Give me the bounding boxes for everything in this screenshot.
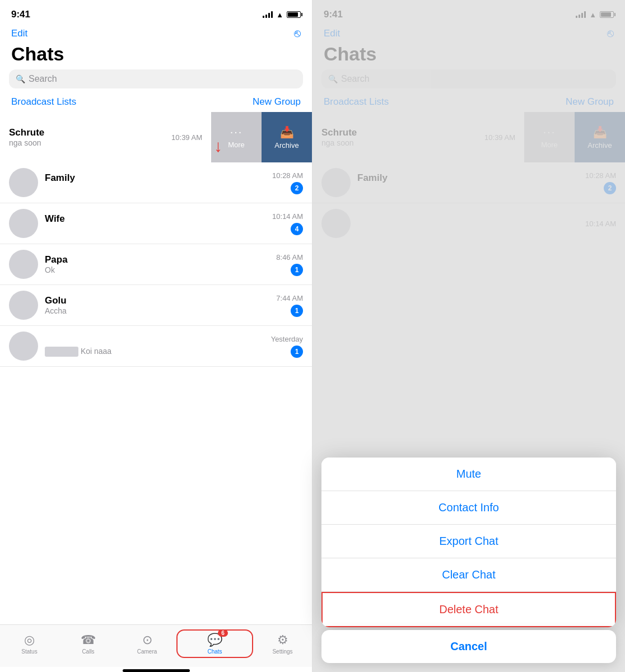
export-chat-label: Export Chat: [439, 535, 498, 548]
page-title-left: Chats: [0, 41, 312, 69]
bar4: [271, 11, 273, 18]
home-indicator-left: [123, 669, 190, 672]
clear-chat-button[interactable]: Clear Chat: [321, 558, 616, 592]
chat-meta-papa: 8:46 AM 1: [276, 253, 303, 276]
tab-camera-left[interactable]: ⊙ Camera: [118, 633, 176, 655]
tab-bar-left: ◎ Status ☎ Calls ⊙ Camera 💬 6 Chats ⚙ Se…: [0, 624, 312, 667]
chat-item-family[interactable]: Family 10:28 AM 2: [0, 162, 312, 203]
chat-time-family: 10:28 AM: [272, 171, 303, 180]
chat-time-wife: 10:14 AM: [272, 212, 303, 221]
calls-label-left: Calls: [82, 648, 94, 655]
chat-name-golu: Golu: [45, 295, 269, 306]
tab-calls-left[interactable]: ☎ Calls: [59, 633, 118, 655]
badge-unknown: 1: [291, 346, 303, 358]
chat-list-left: Family 10:28 AM 2 Wife 10:14 AM 4: [0, 162, 312, 624]
chat-meta-family: 10:28 AM 2: [272, 171, 303, 194]
camera-icon-left: ⊙: [142, 633, 152, 647]
compose-icon-left[interactable]: ⎋: [294, 27, 301, 40]
export-chat-button[interactable]: Export Chat: [321, 525, 616, 558]
settings-label-left: Settings: [272, 648, 292, 655]
battery-fill-left: [288, 12, 298, 17]
chat-info-wife: Wife: [45, 213, 265, 234]
signal-bars-left: [263, 11, 273, 18]
avatar-unknown: [9, 332, 38, 361]
contact-info-button[interactable]: Contact Info: [321, 491, 616, 525]
more-dots-left: ···: [230, 125, 243, 138]
chat-name-wife: Wife: [45, 213, 265, 225]
contact-info-label: Contact Info: [439, 501, 499, 514]
mute-label: Mute: [456, 468, 481, 480]
search-placeholder-left: Search: [29, 74, 57, 84]
swipe-actions-left: ··· More 📥 Archive: [211, 112, 312, 162]
chat-meta-golu: 7:44 AM 1: [276, 294, 303, 317]
avatar-family: [9, 168, 38, 197]
chat-info-papa: Papa Ok: [45, 254, 269, 274]
tab-chats-left[interactable]: 💬 6 Chats: [176, 629, 253, 658]
status-time-left: 9:41: [11, 9, 30, 20]
avatar-wife: [9, 209, 38, 238]
left-panel: 9:41 ▲ Edit ⎋ Chats 🔍 Search Broadcast L…: [0, 0, 312, 672]
chat-item-wife[interactable]: Wife 10:14 AM 4: [0, 203, 312, 244]
archive-icon-left: 📥: [280, 125, 294, 139]
archive-label-left: Archive: [274, 141, 298, 150]
avatar-golu: [9, 291, 38, 320]
bar2: [265, 15, 267, 18]
status-bar-left: 9:41 ▲: [0, 0, 312, 25]
chat-item-golu[interactable]: Golu Accha 7:44 AM 1: [0, 285, 312, 326]
chats-label-left: Chats: [207, 648, 222, 655]
search-icon-left: 🔍: [16, 74, 25, 83]
chat-meta-unknown: Yesterday 1: [271, 335, 303, 358]
swipe-row-left: Schrute nga soon 10:39 AM ··· More 📥 Arc…: [0, 112, 312, 162]
wifi-icon-left: ▲: [276, 11, 283, 19]
clear-chat-label: Clear Chat: [442, 568, 496, 581]
search-bar-left[interactable]: 🔍 Search: [9, 69, 303, 88]
chat-meta-wife: 10:14 AM 4: [272, 212, 303, 235]
bar1: [263, 16, 264, 18]
chat-preview-unknown: Koi naaa: [45, 347, 264, 357]
edit-button-left[interactable]: Edit: [11, 28, 27, 39]
chat-name-papa: Papa: [45, 254, 269, 265]
chat-name-unknown: [45, 335, 264, 347]
mute-button[interactable]: Mute: [321, 458, 616, 491]
chat-info-golu: Golu Accha: [45, 295, 269, 315]
delete-chat-label: Delete Chat: [439, 603, 498, 616]
chat-preview-family: [45, 184, 265, 193]
broadcast-lists-left[interactable]: Broadcast Lists: [11, 96, 76, 108]
archive-button-left[interactable]: 📥 Archive: [262, 112, 312, 162]
badge-papa: 1: [291, 264, 303, 276]
preview-text-unknown: Koi naaa: [81, 347, 111, 356]
chat-item-papa[interactable]: Papa Ok 8:46 AM 1: [0, 244, 312, 285]
header-left: Edit ⎋: [0, 25, 312, 41]
settings-icon-left: ⚙: [277, 633, 288, 647]
badge-golu: 1: [291, 305, 303, 317]
status-icon-left: ◎: [24, 633, 35, 647]
broadcast-row-left: Broadcast Lists New Group: [0, 93, 312, 112]
schrute-time-left: 10:39 AM: [171, 133, 202, 142]
camera-label-left: Camera: [137, 648, 157, 655]
schrute-chat-left[interactable]: Schrute nga soon 10:39 AM: [0, 112, 211, 162]
chat-time-unknown: Yesterday: [271, 335, 303, 343]
status-icons-left: ▲: [263, 11, 301, 19]
battery-icon-left: [287, 11, 301, 18]
chat-item-unknown[interactable]: Koi naaa Yesterday 1: [0, 326, 312, 367]
red-arrow: ↓: [214, 137, 222, 156]
schrute-name-left: Schrute: [9, 127, 171, 138]
delete-chat-button[interactable]: Delete Chat: [321, 592, 616, 627]
badge-family: 2: [291, 182, 303, 194]
chat-info-unknown: Koi naaa: [45, 335, 264, 357]
preview-image-unknown: [45, 347, 78, 357]
new-group-left[interactable]: New Group: [253, 96, 301, 108]
tab-status-left[interactable]: ◎ Status: [0, 633, 59, 655]
badge-wife: 4: [291, 223, 303, 235]
chat-time-golu: 7:44 AM: [276, 294, 303, 302]
chat-preview-wife: [45, 225, 265, 234]
chat-info-family: Family: [45, 172, 265, 193]
more-label-left: More: [228, 141, 245, 149]
calls-icon-left: ☎: [81, 633, 96, 647]
cancel-button[interactable]: Cancel: [321, 630, 616, 663]
avatar-papa: [9, 250, 38, 279]
cancel-label: Cancel: [450, 640, 487, 653]
chats-badge-wrap: 💬 6: [207, 633, 222, 647]
tab-settings-left[interactable]: ⚙ Settings: [253, 633, 312, 655]
action-sheet: Mute Contact Info Export Chat Clear Chat…: [321, 458, 616, 627]
